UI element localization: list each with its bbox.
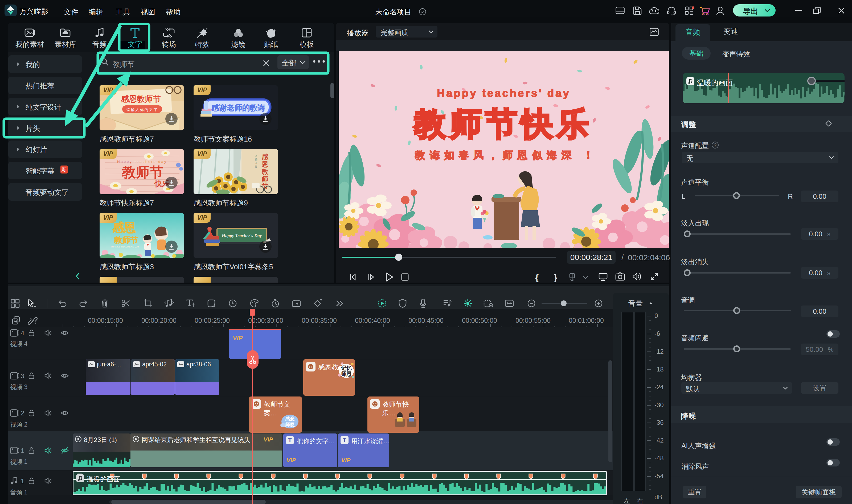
svg-text:请: 请 <box>254 155 258 158</box>
svg-text:感念: 感念 <box>285 416 295 421</box>
svg-text:你: 你 <box>255 165 258 168</box>
svg-text:感: 感 <box>262 153 269 160</box>
svg-text:教: 教 <box>262 168 269 175</box>
svg-text:教师节: 教师节 <box>114 235 138 244</box>
svg-text:感恩: 感恩 <box>112 221 136 234</box>
svg-text:师恩: 师恩 <box>285 422 295 427</box>
svg-text:Happy teachers day: Happy teachers day <box>117 160 167 164</box>
svg-text:记忆: 记忆 <box>341 365 352 371</box>
svg-text:请输入你的文字: 请输入你的文字 <box>126 108 158 112</box>
svg-text:教诲如春风，师恩似海深 ！: 教诲如春风，师恩似海深 ！ <box>414 149 598 161</box>
svg-text:入: 入 <box>255 162 258 164</box>
svg-text:师恩: 师恩 <box>341 371 352 377</box>
svg-text:教师节快乐: 教师节快乐 <box>413 106 592 142</box>
svg-text:感恩教师节: 感恩教师节 <box>121 94 161 103</box>
svg-text:Happy Teacher's Day: Happy Teacher's Day <box>221 233 262 238</box>
svg-text:输: 输 <box>255 158 258 161</box>
svg-text:THANKS TEACHERS DAY: THANKS TEACHERS DAY <box>110 245 139 248</box>
svg-text:感谢老师的教诲: 感谢老师的教诲 <box>211 104 265 112</box>
svg-text:师: 师 <box>262 175 268 183</box>
svg-text:恩: 恩 <box>262 160 268 168</box>
svg-text:Happy teachers' day: Happy teachers' day <box>437 87 570 99</box>
svg-text:教师节: 教师节 <box>121 164 163 180</box>
